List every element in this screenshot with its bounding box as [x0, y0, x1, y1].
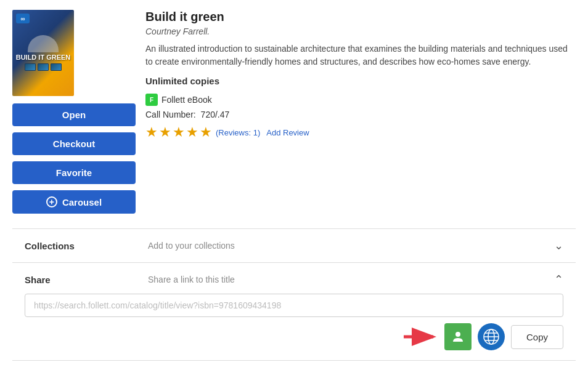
- star-1: ★: [145, 124, 158, 140]
- collections-section[interactable]: Collections Add to your collections ⌄: [12, 228, 576, 263]
- main-container: ∞ BUILD IT GREEN Open Checkout Favorite: [0, 0, 588, 370]
- book-info: Build it green Courtney Farrell. An illu…: [145, 10, 576, 140]
- copy-button[interactable]: Copy: [511, 325, 563, 349]
- cover-solar-panels: [25, 63, 62, 71]
- reviews-link[interactable]: (Reviews: 1): [216, 128, 260, 137]
- collections-chevron-icon: ⌄: [554, 239, 563, 252]
- star-2: ★: [159, 124, 171, 140]
- format-label: Follett eBook: [161, 95, 212, 105]
- favorite-button[interactable]: Favorite: [12, 161, 136, 184]
- call-number-row: Call Number: 720/.47: [145, 110, 576, 119]
- share-desc: Share a link to this title: [148, 275, 554, 284]
- infinity-badge: ∞: [16, 14, 30, 23]
- share-label: Share: [25, 275, 148, 285]
- globe-share-icon[interactable]: [478, 323, 505, 350]
- action-buttons: Open Checkout Favorite Carousel: [12, 103, 136, 214]
- format-row: F Follett eBook: [145, 94, 576, 106]
- cover-title: BUILD IT GREEN: [16, 54, 71, 61]
- carousel-plus-icon: [46, 196, 57, 207]
- star-5: ★: [200, 124, 212, 140]
- share-link-input[interactable]: [25, 294, 563, 317]
- red-arrow-icon: [401, 326, 438, 348]
- star-rating: ★ ★ ★ ★ ★: [145, 124, 212, 140]
- svg-point-2: [455, 332, 460, 337]
- cover-dome: [28, 35, 59, 52]
- reviews-row: ★ ★ ★ ★ ★ (Reviews: 1) Add Review: [145, 124, 576, 140]
- book-title: Build it green: [145, 10, 576, 24]
- share-chevron-icon: ⌃: [554, 273, 563, 286]
- share-link-container: [25, 294, 563, 317]
- add-review-link[interactable]: Add Review: [266, 128, 309, 137]
- open-button[interactable]: Open: [12, 103, 136, 126]
- google-classroom-icon[interactable]: [444, 323, 472, 350]
- book-author: Courtney Farrell.: [145, 26, 576, 36]
- copies-label: Unlimited copies: [145, 76, 576, 86]
- collections-label: Collections: [25, 241, 148, 251]
- checkout-button[interactable]: Checkout: [12, 132, 136, 155]
- follett-icon: F: [145, 94, 158, 106]
- book-description: An illustrated introduction to sustainab…: [145, 42, 576, 68]
- book-cover: ∞ BUILD IT GREEN: [12, 10, 74, 96]
- share-header[interactable]: Share Share a link to this title ⌃: [25, 273, 563, 286]
- star-4: ★: [186, 124, 198, 140]
- star-3: ★: [173, 124, 185, 140]
- book-left: ∞ BUILD IT GREEN Open Checkout Favorite: [12, 10, 136, 219]
- book-layout: ∞ BUILD IT GREEN Open Checkout Favorite: [12, 10, 576, 219]
- share-section: Share Share a link to this title ⌃: [12, 263, 576, 361]
- carousel-button[interactable]: Carousel: [12, 190, 136, 214]
- collections-add-label: Add to your collections: [148, 241, 554, 251]
- share-actions: Copy: [25, 323, 563, 350]
